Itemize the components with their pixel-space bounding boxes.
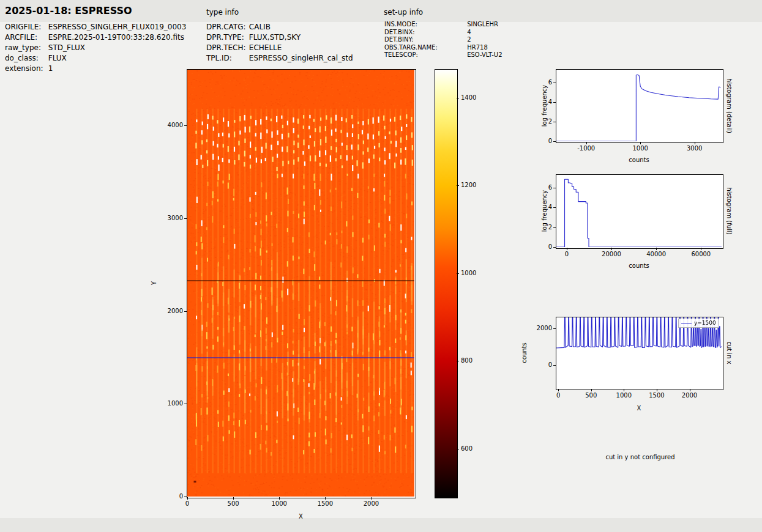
raw-image-x-tick bbox=[371, 497, 372, 500]
histogram-full-x-axis-label: counts bbox=[629, 263, 649, 269]
obs-targ-name-value: HR718 bbox=[467, 44, 488, 51]
histogram-full-y-tick-label: 0 bbox=[548, 244, 552, 250]
cut-in-x-plot bbox=[556, 317, 723, 390]
page-title: 2025-01-18: ESPRESSO bbox=[5, 5, 132, 17]
histogram-detail-x-tick-label: -1000 bbox=[577, 146, 595, 152]
colorbar-tick-label: 1000 bbox=[461, 270, 476, 276]
dpr-type-value: FLUX,STD,SKY bbox=[249, 33, 301, 42]
histogram-full-right-label: histogram (full) bbox=[726, 187, 732, 234]
cut-in-x-x-tick-label: 500 bbox=[585, 393, 597, 399]
histogram-detail-y-tick bbox=[553, 102, 556, 103]
det-binx-row: DET.BINX: 4 bbox=[384, 29, 502, 37]
dpr-type-label: DPR.TYPE: bbox=[206, 32, 247, 43]
do-class-row: do_class: FLUX bbox=[5, 53, 186, 64]
setup-info-heading: set-up info bbox=[384, 8, 423, 17]
histogram-detail-y-tick bbox=[553, 122, 556, 122]
raw-image-x-tick-label: 0 bbox=[185, 501, 189, 507]
histogram-detail-x-tick bbox=[640, 142, 641, 144]
histogram-full-y-tick-label: 4 bbox=[548, 204, 552, 210]
colorbar-tick bbox=[457, 273, 459, 274]
cut-in-x-x-tick-label: 2000 bbox=[682, 393, 697, 399]
raw-image-y-tick bbox=[184, 497, 187, 497]
det-binx-label: DET.BINX: bbox=[384, 29, 465, 37]
histogram-detail-plot bbox=[556, 69, 723, 143]
raw-image-y-tick-label: 3000 bbox=[168, 215, 183, 221]
histogram-full-y-tick bbox=[553, 247, 556, 248]
cut-in-x-y-tick-label: 0 bbox=[548, 362, 552, 368]
raw-type-row: raw_type: STD_FLUX bbox=[5, 43, 186, 53]
tpl-id-value: ESPRESSO_singleHR_cal_std bbox=[249, 54, 353, 62]
histogram-full-x-tick-label: 20000 bbox=[602, 251, 621, 257]
do-class-label: do_class: bbox=[5, 53, 46, 64]
cut-in-x-x-tick bbox=[558, 389, 559, 391]
histogram-detail-y-tick bbox=[553, 83, 556, 83]
telescop-label: TELESCOP: bbox=[384, 51, 465, 59]
colorbar-tick bbox=[457, 98, 459, 98]
histogram-full-canvas bbox=[556, 175, 722, 247]
cut-in-x-x-tick-label: 1000 bbox=[616, 393, 632, 399]
cut-in-x-canvas bbox=[556, 317, 722, 388]
colorbar-tick bbox=[457, 449, 459, 449]
raw-image-x-tick bbox=[233, 497, 234, 500]
det-binx-value: 4 bbox=[467, 29, 471, 35]
cut-in-x-legend-label: y=1500 bbox=[694, 320, 716, 327]
histogram-full-x-tick bbox=[656, 248, 657, 250]
raw-image-canvas bbox=[187, 70, 414, 497]
raw-image-y-tick bbox=[184, 404, 187, 404]
dpr-catg-value: CALIB bbox=[249, 23, 271, 31]
colorbar-tick-label: 1400 bbox=[461, 95, 476, 101]
file-info-block: ORIGFILE: ESPRESSO_SINGLEHR_FLUX019_0003… bbox=[5, 22, 186, 74]
raw-type-value: STD_FLUX bbox=[48, 43, 85, 52]
ins-mode-label: INS.MODE: bbox=[384, 21, 465, 29]
raw-image-plot bbox=[187, 69, 416, 498]
arcfile-label: ARCFILE: bbox=[5, 32, 46, 43]
raw-image-x-tick bbox=[279, 497, 280, 500]
raw-image-y-tick bbox=[184, 218, 187, 219]
colorbar-tick-label: 600 bbox=[461, 446, 473, 452]
obs-targ-name-row: OBS.TARG.NAME: HR718 bbox=[384, 44, 502, 52]
cut-in-x-legend: y=1500 bbox=[678, 319, 719, 328]
histogram-detail-x-tick-label: 1000 bbox=[632, 146, 648, 152]
colorbar-tick-label: 1200 bbox=[461, 182, 476, 188]
det-biny-value: 2 bbox=[467, 36, 471, 43]
raw-image-y-tick-label: 1000 bbox=[168, 401, 183, 407]
raw-image-y-tick bbox=[184, 125, 187, 126]
colorbar bbox=[435, 69, 458, 498]
cut-in-x-x-axis-label: X bbox=[637, 405, 641, 412]
histogram-full-y-tick bbox=[553, 227, 556, 228]
extension-value: 1 bbox=[48, 64, 53, 73]
origfile-label: ORIGFILE: bbox=[5, 22, 46, 32]
histogram-full-x-tick bbox=[567, 248, 567, 250]
footer-bar: powered by QC: www.eso.org/HC created by… bbox=[0, 518, 762, 532]
histogram-detail-y-tick-label: 6 bbox=[548, 79, 552, 86]
cut-in-x-y-tick-label: 2000 bbox=[537, 325, 552, 331]
histogram-full-plot bbox=[556, 174, 723, 249]
qc-report-page: 2025-01-18: ESPRESSO type info set-up in… bbox=[0, 0, 762, 532]
det-biny-label: DET.BINY: bbox=[384, 36, 465, 44]
cut-in-x-x-tick bbox=[624, 389, 624, 391]
raw-type-label: raw_type: bbox=[5, 43, 46, 53]
histogram-full-y-tick bbox=[553, 188, 556, 188]
colorbar-tick bbox=[457, 361, 459, 361]
cut-in-x-right-label: cut in x bbox=[726, 341, 732, 364]
histogram-full-x-tick-label: 0 bbox=[565, 251, 569, 257]
origfile-value: ESPRESSO_SINGLEHR_FLUX019_0003 bbox=[48, 23, 187, 31]
setup-info-block: INS.MODE: SINGLEHR DET.BINX: 4 DET.BINY:… bbox=[384, 21, 502, 59]
histogram-full-y-tick bbox=[553, 207, 556, 208]
telescop-value: ESO-VLT-U2 bbox=[467, 51, 502, 58]
header-bar: 2025-01-18: ESPRESSO type info set-up in… bbox=[0, 0, 762, 22]
histogram-detail-y-tick-label: 2 bbox=[548, 119, 552, 125]
histogram-full-y-tick-label: 2 bbox=[548, 224, 552, 231]
cut-in-x-y-tick bbox=[553, 365, 556, 366]
raw-image-x-tick-label: 1000 bbox=[271, 501, 286, 507]
do-class-value: FLUX bbox=[48, 54, 67, 62]
histogram-detail-x-tick-label: 3000 bbox=[687, 146, 702, 152]
dpr-tech-value: ECHELLE bbox=[249, 43, 282, 52]
colorbar-tick-label: 800 bbox=[461, 358, 473, 364]
histogram-detail-y-axis-label: log frequency bbox=[542, 84, 548, 127]
histogram-detail-canvas bbox=[556, 70, 722, 141]
histogram-detail-y-tick-label: 4 bbox=[548, 99, 552, 105]
cut-in-x-x-tick-label: 0 bbox=[556, 393, 560, 399]
raw-image-x-tick-label: 500 bbox=[228, 501, 239, 507]
tpl-id-row: TPL.ID: ESPRESSO_singleHR_cal_std bbox=[206, 53, 353, 64]
